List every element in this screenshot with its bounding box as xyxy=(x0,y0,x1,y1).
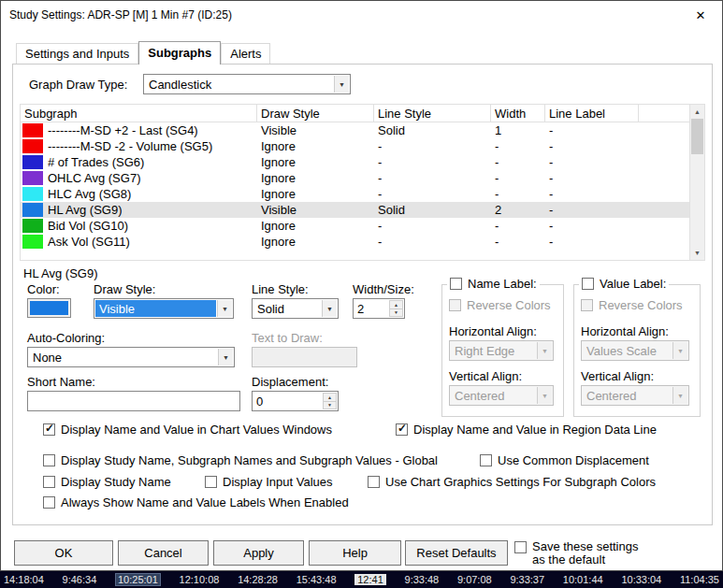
column-header-width[interactable]: Width xyxy=(491,105,545,122)
graph-draw-type-select[interactable]: Candlestick ▼ xyxy=(143,74,351,94)
chevron-down-icon: ▼ xyxy=(322,300,337,317)
name-horizontal-align-value: Right Edge xyxy=(451,342,536,359)
scroll-down-icon[interactable]: ▼ xyxy=(690,246,704,260)
checkbox-display-input-values[interactable]: ✓ Display Input Values xyxy=(205,475,333,489)
table-row[interactable]: --------M-SD -2 - Volume (SG5)Ignore--- xyxy=(21,138,689,154)
line-style-cell: Solid xyxy=(374,123,491,137)
checkbox-box: ✓ xyxy=(450,278,462,290)
draw-style-cell: Ignore xyxy=(257,155,374,169)
spin-down-icon[interactable]: ▼ xyxy=(389,308,403,318)
draw-style-cell: Ignore xyxy=(257,219,374,233)
checkbox-label: Reverse Colors xyxy=(599,298,683,312)
value-label-checkbox[interactable]: ✓ Value Label: xyxy=(579,277,669,291)
line-style-cell: Solid xyxy=(374,203,491,217)
scrollbar-thumb[interactable] xyxy=(691,119,703,154)
tab-subgraphs[interactable]: Subgraphs xyxy=(138,41,221,65)
draw-style-cell: Ignore xyxy=(257,171,374,185)
short-name-input[interactable] xyxy=(27,391,240,411)
checkbox-display-region-data-line[interactable]: ✓ Display Name and Value in Region Data … xyxy=(396,423,657,437)
table-row[interactable]: HL Avg (SG9)VisibleSolid2- xyxy=(21,202,689,218)
checkbox-use-common-displacement[interactable]: ✓ Use Common Displacement xyxy=(480,453,649,467)
column-header-draw-style[interactable]: Draw Style xyxy=(257,105,374,122)
name-horizontal-align-select[interactable]: Right Edge ▼ xyxy=(449,340,554,361)
chevron-down-icon: ▼ xyxy=(537,342,552,359)
tab-settings-and-inputs[interactable]: Settings and Inputs xyxy=(16,43,138,64)
name-reverse-colors-checkbox[interactable]: ✓ Reverse Colors xyxy=(449,298,551,312)
vertical-scrollbar[interactable]: ▲ ▼ xyxy=(689,105,704,260)
table-row[interactable]: Bid Vol (SG10)Ignore--- xyxy=(21,218,689,234)
width-cell: 1 xyxy=(491,123,545,137)
checkbox-label: Always Show Name and Value Labels When E… xyxy=(61,495,349,509)
close-icon[interactable]: ✕ xyxy=(680,2,721,28)
time-tick: 15:43:48 xyxy=(296,574,337,585)
checkbox-label: Use Chart Graphics Settings For Subgraph… xyxy=(385,475,656,489)
subgraph-name: # of Trades (SG6) xyxy=(48,155,144,169)
time-tick: 12:41 xyxy=(354,574,386,585)
checkbox-box: ✓ xyxy=(514,541,527,553)
time-tick: 9:46:34 xyxy=(63,574,97,585)
time-tick: 10:25:01 xyxy=(115,573,161,586)
chevron-down-icon: ▼ xyxy=(334,76,349,93)
table-row[interactable]: --------M-SD +2 - Last (SG4)VisibleSolid… xyxy=(21,122,689,138)
width-cell: 2 xyxy=(491,203,545,217)
line-style-select[interactable]: Solid ▼ xyxy=(252,298,339,319)
checkbox-box: ✓ xyxy=(43,423,55,436)
subgraph-table-head: SubgraphDraw StyleLine StyleWidthLine La… xyxy=(21,105,689,122)
checkbox-save-as-default[interactable]: ✓ Save these settings as the default xyxy=(514,540,638,566)
help-button[interactable]: Help xyxy=(309,540,401,566)
value-horizontal-align-value: Values Scale xyxy=(583,342,672,359)
table-row[interactable]: # of Trades (SG6)Ignore--- xyxy=(21,154,689,170)
table-row[interactable]: OHLC Avg (SG7)Ignore--- xyxy=(21,170,689,186)
value-reverse-colors-checkbox[interactable]: ✓ Reverse Colors xyxy=(581,298,683,312)
line-style-cell: - xyxy=(374,187,491,201)
checkbox-display-study-name[interactable]: ✓ Display Study Name xyxy=(43,475,171,489)
checkbox-display-chart-values[interactable]: ✓ Display Name and Value in Chart Values… xyxy=(43,423,332,437)
graph-draw-type-label: Graph Draw Type: xyxy=(29,78,127,92)
checkbox-label: Value Label: xyxy=(600,277,666,291)
checkbox-box: ✓ xyxy=(449,299,461,311)
checkbox-label: Display Name and Value in Chart Values W… xyxy=(61,423,332,437)
name-label-checkbox[interactable]: ✓ Name Label: xyxy=(447,277,540,291)
line-label-cell: - xyxy=(545,123,639,137)
width-size-spinner[interactable]: 2 ▲ ▼ xyxy=(353,298,405,319)
auto-coloring-select[interactable]: None ▼ xyxy=(27,347,235,367)
name-vertical-align-select[interactable]: Centered ▼ xyxy=(449,385,554,406)
reset-defaults-button[interactable]: Reset Defaults xyxy=(405,540,508,566)
tab-alerts[interactable]: Alerts xyxy=(221,43,270,64)
spin-up-icon[interactable]: ▲ xyxy=(389,300,403,308)
column-header-subgraph[interactable]: Subgraph xyxy=(21,105,257,122)
line-style-cell: - xyxy=(374,235,491,249)
ok-button[interactable]: OK xyxy=(14,540,113,566)
table-row[interactable]: HLC Avg (SG8)Ignore--- xyxy=(21,186,689,202)
column-header-filler xyxy=(639,105,689,122)
draw-style-select[interactable]: Visible ▼ xyxy=(94,298,234,319)
checkbox-always-show-labels[interactable]: ✓ Always Show Name and Value Labels When… xyxy=(43,495,349,509)
apply-button[interactable]: Apply xyxy=(213,540,304,566)
displacement-value: 0 xyxy=(256,394,263,409)
checkbox-use-chart-graphics-settings[interactable]: ✓ Use Chart Graphics Settings For Subgra… xyxy=(368,475,656,489)
column-header-line-style[interactable]: Line Style xyxy=(374,105,491,122)
chevron-down-icon: ▼ xyxy=(218,349,233,366)
scroll-up-icon[interactable]: ▲ xyxy=(690,105,704,119)
color-fill xyxy=(30,301,68,315)
column-header-line-label[interactable]: Line Label xyxy=(545,105,639,122)
text-to-draw-input[interactable] xyxy=(252,347,357,367)
checkbox-global-names-values[interactable]: ✓ Display Study Name, Subgraph Names and… xyxy=(43,453,438,467)
displacement-spinner[interactable]: 0 ▲ ▼ xyxy=(252,391,339,411)
table-row[interactable]: Ask Vol (SG11)Ignore--- xyxy=(21,234,689,250)
cancel-button[interactable]: Cancel xyxy=(118,540,209,566)
value-vertical-align-select[interactable]: Centered ▼ xyxy=(581,385,689,406)
value-horizontal-align-select[interactable]: Values Scale ▼ xyxy=(581,340,689,361)
checkbox-label: Reverse Colors xyxy=(467,298,551,312)
subgraph-color-button[interactable] xyxy=(27,298,71,318)
color-swatch xyxy=(22,219,43,233)
checkbox-box: ✓ xyxy=(368,476,380,488)
checkbox-label: Display Input Values xyxy=(223,475,333,489)
spin-down-icon[interactable]: ▼ xyxy=(323,401,337,410)
line-label-cell: - xyxy=(545,235,639,249)
width-size-value: 2 xyxy=(357,302,364,316)
checkbox-label: Save these settings as the default xyxy=(532,540,638,566)
spin-up-icon[interactable]: ▲ xyxy=(323,393,337,401)
checkbox-label: Display Study Name, Subgraph Names and S… xyxy=(61,453,438,467)
time-tick: 11:04:35 xyxy=(680,574,719,585)
